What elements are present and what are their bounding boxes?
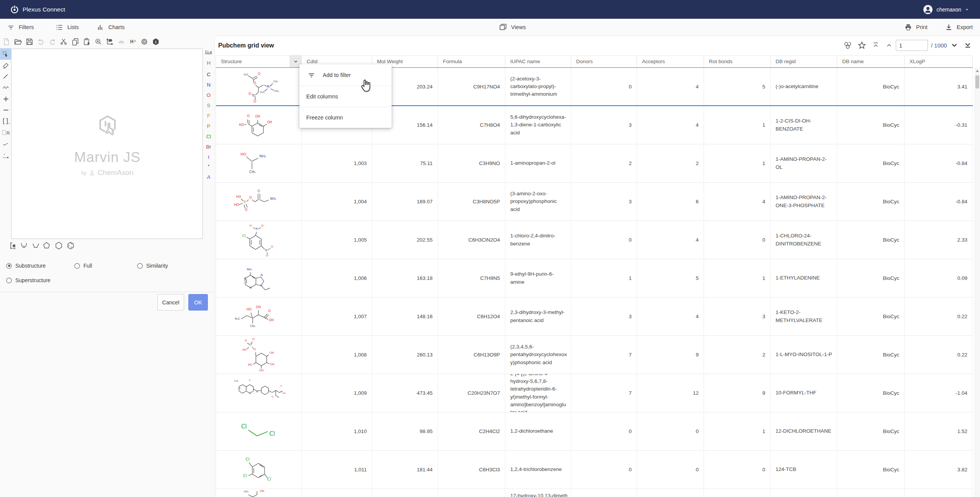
structure-clip-tool[interactable] [1,139,10,148]
last-page-button[interactable] [963,41,972,50]
menu-item-add-to-filter[interactable]: Add to filter [299,64,392,86]
next-page-button[interactable] [950,41,959,50]
increase-charge-tool[interactable] [1,94,10,103]
undo-button[interactable] [35,37,47,47]
app-logo-brand[interactable]: Plexus Connect [10,5,65,14]
column-header-acceptors[interactable]: Acceptors [637,56,704,67]
ok-button[interactable]: OK [188,294,208,311]
query-structure-button[interactable]: -(?)- [116,37,127,47]
open-button[interactable] [12,37,24,47]
about-button[interactable]: i [150,37,162,47]
element-f[interactable]: F [203,111,214,120]
column-header-label: XLogP [910,59,925,64]
table-row[interactable]: HONH₂CH₃1,00375.11C3H9NO1-aminopropan-2-… [216,144,973,183]
element-o[interactable]: O [203,91,214,99]
r-group-tool[interactable]: R [1,128,10,137]
column-header-db-name[interactable]: DB name [837,56,905,67]
column-header-rot-bonds[interactable]: Rot bonds [704,56,771,67]
menu-item-freeze-column[interactable]: Freeze column [299,107,392,128]
copy-button[interactable] [70,37,81,47]
cell-donors [571,489,637,497]
previous-page-button[interactable] [885,41,894,50]
structure-display-button[interactable] [843,41,852,50]
rectangle-select-tool[interactable] [1,49,10,59]
cell-cdid: 1,008 [302,336,372,374]
table-row[interactable]: ClCl1,01098.95C2H4Cl21,2-dichloroethane0… [216,412,973,451]
element-br[interactable]: Br [203,142,214,151]
cell-db-name: BioCyc [837,183,905,221]
zoom-reset-button[interactable] [93,37,104,47]
cell-iupac: 5,6-dihydroxycyclohexa-1,3-diene-1-carbo… [505,106,571,144]
eraser-tool[interactable] [1,61,10,70]
charts-button[interactable]: Charts [96,21,125,33]
filters-button[interactable]: Filters [7,21,34,33]
element-any-atom[interactable]: * [203,162,214,170]
save-button[interactable] [24,37,35,47]
export-button[interactable]: Export [945,21,973,33]
table-row[interactable]: HOHOPOOONH₂1,004169.07C3H8NO5P(3-amino-2… [216,183,973,221]
radio-substructure[interactable]: Substructure [6,263,46,269]
column-header-db-regid[interactable]: DB regid [771,56,837,67]
settings-button[interactable] [139,37,150,47]
cell-xlogp: 1.52 [905,412,973,450]
clean-2d-button[interactable]: 2D [104,37,116,47]
table-row[interactable]: ClN⁺O⁻O⁻N⁺OO⁻1,005202.55C6H3ClN2O41-chlo… [216,221,973,259]
scrollbar-thumb[interactable] [975,75,979,88]
cell-db-name: BioCyc [837,144,905,182]
page-input[interactable] [896,40,928,51]
cell-formula: C7H9N5 [438,259,505,297]
column-header-donors[interactable]: Donors [571,56,637,67]
table-row[interactable]: H₃CHOOHOOHCH₃1,007148.16C6H12O42,3-dihyd… [216,298,973,336]
element-p[interactable]: P [203,122,214,130]
new-document-button[interactable] [1,37,12,47]
benzene-template[interactable] [66,241,75,252]
cancel-button[interactable]: Cancel [157,294,184,311]
cyclohexane-template[interactable] [54,241,63,252]
abbreviated-group[interactable] [9,241,18,252]
table-row[interactable]: NH₂NNNN1,006163.18C7H9N59-ethyl-9H-purin… [216,259,973,298]
column-header-xlogp[interactable]: XLogP [905,56,973,67]
element-i[interactable]: I [203,153,214,161]
column-header-formula[interactable]: Formula [438,56,505,67]
chain-tool[interactable] [1,83,10,92]
favorite-view-button[interactable] [857,41,866,50]
single-bond-tool[interactable] [1,72,10,81]
table-row[interactable]: H₂NONNNOOOH1,009473.45C20H23N7O72-[4-[(2… [216,374,973,412]
pyrrole-template[interactable]: N [20,241,28,252]
user-menu[interactable]: chemaxon [923,0,969,19]
radio-full[interactable]: Full [74,263,92,269]
cyclopentane-template[interactable] [42,241,51,252]
table-row[interactable]: CH₃OH17-hydroxy-10,13-dimethyl- [216,489,973,497]
element-c[interactable]: C [203,70,214,78]
cut-button[interactable] [58,37,70,47]
redo-button[interactable] [47,37,58,47]
scrollbar-up-arrow[interactable] [976,70,979,72]
element-h[interactable]: H [203,59,214,67]
element-cl[interactable]: Cl [203,132,214,141]
table-row[interactable]: ClClCl1,011181.44C6H3Cl31,2,4-trichlorob… [216,451,973,489]
decrease-charge-tool[interactable] [1,105,10,114]
lists-button[interactable]: Lists [56,21,79,33]
periodic-table-icon[interactable] [203,48,214,56]
element-s[interactable]: S [203,101,214,110]
vertical-scrollbar[interactable] [975,68,980,497]
sketcher-canvas[interactable]: Marvin JS by ChemAxon [11,49,203,239]
element-n[interactable]: N [203,80,214,89]
views-button[interactable]: Views [499,21,526,33]
menu-item-edit-columns[interactable]: Edit columns [299,86,392,107]
svg-text:OH: OH [282,392,286,394]
paste-button[interactable] [81,37,93,47]
brackets-tool[interactable]: n [1,116,10,126]
column-header-iupac-name[interactable]: IUPAC name [505,56,571,67]
radio-similarity[interactable]: Similarity [137,263,168,269]
first-page-button[interactable] [871,41,880,50]
add-remove-hydrogens-button[interactable]: H± [127,37,139,47]
print-button[interactable]: Print [904,21,928,33]
column-header-structure[interactable]: Structure [216,56,302,67]
element-a[interactable]: A [203,173,214,181]
reaction-arrow-tool[interactable]: + [1,152,10,161]
table-row[interactable]: OHOHOHHOOPOHOO1,008260.13C6H13O9P(2,3,4,… [216,336,973,374]
radio-superstructure[interactable]: Superstructure [6,277,51,283]
cyclopentadiene-template[interactable] [31,241,40,252]
cell-db-regid: 1-AMINO-PROPAN-2-ONE-3-PHOSPHATE [771,183,837,221]
